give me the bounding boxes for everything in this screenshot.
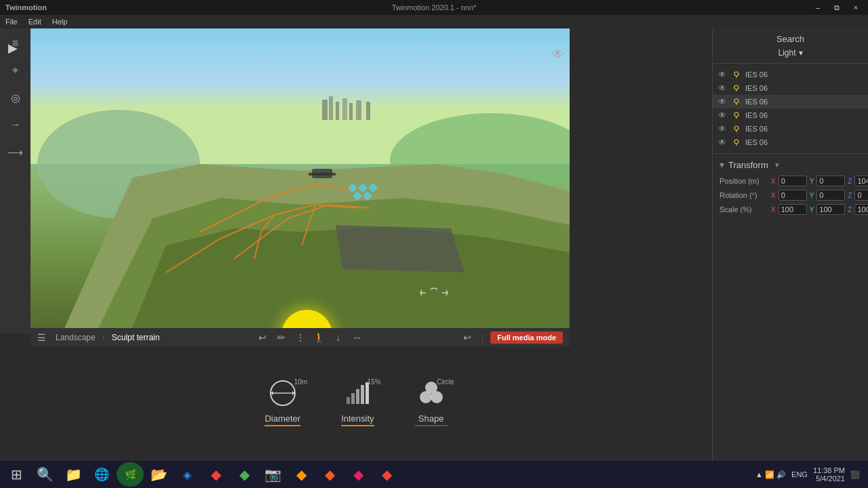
list-item[interactable]: 👁 IES 06 bbox=[713, 122, 868, 136]
taskbar-app7[interactable]: ◆ bbox=[202, 462, 229, 487]
titlebar-left: Twinmotion bbox=[5, 3, 47, 12]
light-icon bbox=[732, 124, 741, 134]
position-z-input[interactable] bbox=[854, 176, 868, 186]
list-item[interactable]: 👁 IES 06 bbox=[713, 136, 868, 149]
taskbar-app5[interactable]: 📂 bbox=[145, 462, 172, 487]
arrows-button[interactable]: ↔ bbox=[350, 330, 365, 345]
down-arrow-button[interactable]: ↓ bbox=[331, 330, 346, 345]
search-label: Search bbox=[719, 34, 861, 44]
taskbar-app8[interactable]: ◆ bbox=[231, 462, 258, 487]
rotation-z-input[interactable] bbox=[854, 190, 868, 201]
svg-rect-39 bbox=[356, 389, 359, 404]
taskbar-app6[interactable]: ◈ bbox=[174, 462, 201, 487]
sidebar-icon-5[interactable]: ⟶ bbox=[6, 142, 25, 161]
taskbar-app12[interactable]: ◆ bbox=[344, 462, 372, 487]
light-icon bbox=[732, 110, 741, 120]
breadcrumb-landscape[interactable]: Landscape bbox=[56, 333, 96, 342]
intensity-tool[interactable]: 15% Intensity bbox=[341, 377, 374, 426]
shape-tool[interactable]: Circle Shape bbox=[415, 377, 448, 426]
sidebar-icon-4[interactable]: → bbox=[6, 115, 25, 134]
undo-button[interactable]: ↩ bbox=[255, 330, 270, 345]
taskbar-chrome[interactable]: 🌐 bbox=[88, 462, 115, 487]
menu-file[interactable]: File bbox=[5, 18, 18, 26]
shape-underline bbox=[415, 425, 448, 426]
svg-rect-1 bbox=[322, 100, 328, 120]
shape-label: Shape bbox=[418, 413, 444, 424]
light-icon bbox=[732, 70, 741, 79]
undo2-button[interactable]: ↩ bbox=[460, 330, 475, 345]
eye-icon[interactable]: 👁 bbox=[718, 110, 728, 120]
list-item[interactable]: 👁 IES 06 bbox=[713, 68, 868, 81]
intensity-label: Intensity bbox=[341, 413, 374, 424]
transform-collapse-icon[interactable]: ▾ bbox=[719, 159, 724, 170]
taskbar-app11[interactable]: ◆ bbox=[316, 462, 343, 487]
playmode-button[interactable]: Full media mode bbox=[490, 331, 563, 344]
taskbar-files[interactable]: 📁 bbox=[60, 462, 87, 487]
sidebar-icon-2[interactable]: ⌖ bbox=[6, 61, 25, 80]
close-button[interactable]: × bbox=[849, 3, 863, 12]
eye-icon[interactable]: 👁 bbox=[718, 124, 728, 134]
transform-header: ▾ Transform ▾ bbox=[719, 159, 861, 170]
system-tray: ▲ 📶 🔊 ENG 11:38 PM 5/4/2021 ⬛ bbox=[755, 466, 865, 483]
transform-dropdown-icon[interactable]: ▾ bbox=[775, 161, 779, 169]
scale-y-input[interactable] bbox=[816, 204, 845, 215]
viewport-eye-button[interactable]: 👁 bbox=[552, 47, 564, 62]
taskbar-app10[interactable]: ◆ bbox=[288, 462, 315, 487]
x-axis-label: X bbox=[771, 178, 776, 185]
list-item[interactable]: 👁 IES 06 bbox=[713, 95, 868, 108]
svg-rect-7 bbox=[366, 102, 370, 120]
more-button[interactable]: ⋮ bbox=[293, 330, 308, 345]
minimize-button[interactable]: – bbox=[811, 3, 825, 12]
scale-z-input[interactable] bbox=[854, 204, 868, 215]
notification-icon[interactable]: ⬛ bbox=[850, 470, 860, 479]
clock: 11:38 PM 5/4/2021 bbox=[813, 466, 845, 483]
scale-x-input[interactable] bbox=[778, 204, 807, 215]
y-axis-label: Y bbox=[810, 178, 814, 185]
hamburger-button[interactable]: ☰ bbox=[37, 332, 46, 343]
breadcrumb-sculpt[interactable]: Sculpt terrain bbox=[112, 333, 160, 342]
list-item[interactable]: 👁 IES 06 bbox=[713, 108, 868, 122]
position-y-input[interactable] bbox=[816, 176, 845, 186]
rotation-y-input[interactable] bbox=[816, 190, 845, 201]
light-icon bbox=[732, 83, 741, 93]
taskbar-app13[interactable]: ◆ bbox=[373, 462, 400, 487]
taskbar-app4[interactable]: 🌿 bbox=[117, 462, 144, 487]
eye-icon[interactable]: 👁 bbox=[718, 138, 728, 147]
viewport[interactable]: 👁 bbox=[31, 28, 570, 328]
maximize-button[interactable]: ⧉ bbox=[830, 3, 844, 12]
svg-rect-15 bbox=[309, 173, 336, 176]
light-dropdown-icon[interactable]: ▾ bbox=[799, 48, 803, 58]
light-icon bbox=[732, 97, 741, 106]
taskbar-search[interactable]: 🔍 bbox=[31, 462, 58, 487]
sidebar-icon-3[interactable]: ◎ bbox=[6, 88, 25, 107]
svg-point-21 bbox=[734, 72, 738, 76]
diameter-tool[interactable]: 10m Diameter bbox=[264, 377, 300, 426]
ies-label: IES 06 bbox=[745, 98, 768, 106]
tray-icons: ▲ 📶 🔊 bbox=[755, 470, 786, 479]
light-label: Light bbox=[778, 48, 795, 58]
position-label: Position (m) bbox=[719, 177, 768, 185]
right-panel: Search Light ▾ 👁 IES 06 👁 IES 06 👁 bbox=[712, 28, 868, 488]
taskbar-start[interactable]: ⊞ bbox=[3, 462, 30, 487]
position-x-input[interactable] bbox=[778, 176, 807, 186]
rotation-x-input[interactable] bbox=[778, 190, 807, 201]
time-display: 11:38 PM bbox=[813, 466, 845, 474]
eye-icon[interactable]: 👁 bbox=[718, 97, 728, 106]
eye-icon[interactable]: 👁 bbox=[718, 83, 728, 93]
light-selector[interactable]: Light ▾ bbox=[719, 48, 861, 58]
svg-point-29 bbox=[734, 126, 738, 130]
menu-edit[interactable]: Edit bbox=[28, 18, 41, 26]
ies-label: IES 06 bbox=[745, 111, 768, 119]
svg-rect-38 bbox=[351, 393, 355, 404]
svg-rect-6 bbox=[356, 100, 361, 120]
svg-rect-2 bbox=[329, 96, 333, 120]
play-button[interactable]: ▶ bbox=[8, 41, 18, 56]
menu-help[interactable]: Help bbox=[52, 18, 68, 26]
taskbar: ⊞ 🔍 📁 🌐 🌿 📂 ◈ ◆ ◆ 📷 ◆ ◆ ◆ ◆ ▲ 📶 🔊 ENG 11… bbox=[0, 461, 868, 488]
taskbar-app9[interactable]: 📷 bbox=[259, 462, 286, 487]
rz-axis-label: Z bbox=[848, 192, 852, 199]
list-item[interactable]: 👁 IES 06 bbox=[713, 81, 868, 95]
brush-button[interactable]: ✏ bbox=[274, 330, 289, 345]
person-button[interactable]: 🚶 bbox=[312, 330, 327, 345]
eye-icon[interactable]: 👁 bbox=[718, 70, 728, 79]
